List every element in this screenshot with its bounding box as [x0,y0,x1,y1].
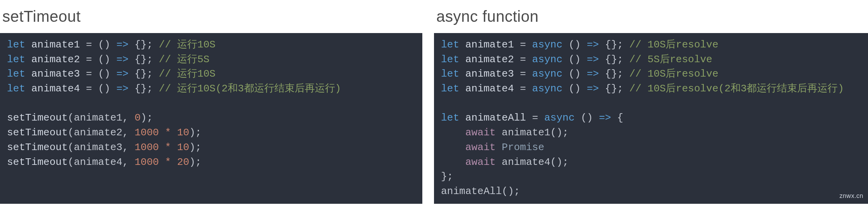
code-line: await animate1(); [441,127,569,138]
code-line: await animate4(); [441,156,569,168]
code-line: setTimeout(animate3, 1000 * 10); [7,142,201,153]
code-line: let animate2 = async () => {}; // 5S后res… [441,54,712,65]
code-line: let animate3 = () => {}; // 运行10S [7,68,216,80]
right-code-block: let animate1 = async () => {}; // 10S后re… [434,33,868,204]
code-line: let animate3 = async () => {}; // 10S后re… [441,68,719,80]
code-line: setTimeout(animate1, 0); [7,112,153,124]
code-line: setTimeout(animate2, 1000 * 10); [7,127,201,138]
right-heading: async function [434,0,868,33]
right-column: async function let animate1 = async () =… [434,0,868,204]
code-line: let animate2 = () => {}; // 运行5S [7,54,209,65]
left-code-block: let animate1 = () => {}; // 运行10S let an… [0,33,422,204]
watermark: znwx.cn [840,191,863,200]
code-line: }; [441,171,453,182]
code-line: let animate1 = () => {}; // 运行10S [7,39,216,51]
code-line: animateAll(); [441,186,520,197]
code-line: let animateAll = async () => { [441,112,623,124]
code-line: let animate4 = async () => {}; // 10S后re… [441,83,844,94]
code-line: await Promise [441,142,544,153]
code-line: setTimeout(animate4, 1000 * 20); [7,156,201,168]
left-heading: setTimeout [0,0,422,33]
code-line: let animate4 = () => {}; // 运行10S(2和3都运行… [7,83,341,94]
code-line: let animate1 = async () => {}; // 10S后re… [441,39,719,51]
left-column: setTimeout let animate1 = () => {}; // 运… [0,0,422,204]
